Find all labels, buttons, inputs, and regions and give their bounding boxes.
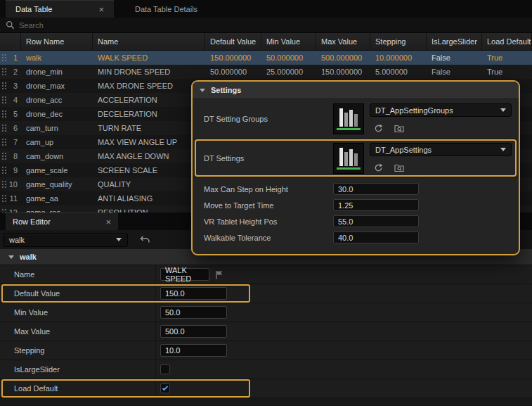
tab-data-table-label: Data Table <box>15 5 52 13</box>
move-to-target-time-input[interactable]: 1.25 <box>333 199 419 211</box>
table-row-drone-min[interactable]: 2 drone_min MIN DRONE SPEED 50.000000 25… <box>0 65 532 79</box>
use-selected-asset-icon[interactable] <box>371 121 385 135</box>
row-number: 2 <box>13 68 18 76</box>
walkable-tolerance-input[interactable]: 40.0 <box>333 231 419 243</box>
property-row-vr-tablet-height: VR Tablet Height Pos 55.0 <box>193 213 519 229</box>
drag-handle-icon[interactable] <box>2 139 8 146</box>
property-label: VR Tablet Height Pos <box>193 217 333 226</box>
column-header-name[interactable]: Name <box>93 33 205 50</box>
settings-number-properties: Max Can Step on Height 30.0 Move to Targ… <box>193 178 519 246</box>
cell-row-name: game_aa <box>21 191 93 205</box>
cell-row-name: game_quality <box>21 177 93 191</box>
dt-setting-groups-dropdown-value: DT_AppSettingGroups <box>375 106 453 115</box>
row-number: 9 <box>13 166 18 175</box>
drag-handle-icon[interactable] <box>2 181 8 189</box>
chevron-down-icon <box>500 108 506 112</box>
column-header-row-name[interactable]: Row Name <box>21 33 93 50</box>
search-input[interactable]: Search <box>19 21 44 30</box>
row-number: 4 <box>13 96 18 104</box>
settings-section-header[interactable]: Settings <box>193 82 519 99</box>
dt-settings-dropdown[interactable]: DT_AppSettings <box>370 143 512 156</box>
property-row-min-value: Min Value 50.0 <box>0 303 532 322</box>
stepping-input[interactable]: 10.0 <box>160 344 227 357</box>
property-row-move-to-target-time: Move to Target Time 1.25 <box>193 197 519 213</box>
data-table-asset-thumbnail[interactable] <box>333 143 364 174</box>
name-input[interactable]: WALK SPEED <box>160 268 209 281</box>
expander-arrow-icon[interactable] <box>200 89 205 92</box>
property-label: IsLargeSlider <box>0 360 156 379</box>
row-selector-value: walk <box>9 236 25 244</box>
property-label: Name <box>0 265 156 284</box>
cell-row-name: drone_acc <box>21 93 93 107</box>
default-value-input[interactable]: 150.0 <box>160 287 227 300</box>
cell-name: MAX ANGLE DOWN <box>93 149 205 163</box>
column-header-is-large-slider[interactable]: IsLargeSlider <box>427 33 482 50</box>
row-number: 6 <box>13 124 18 132</box>
property-label: Walkable Tolerance <box>193 234 333 242</box>
property-label: Max Value <box>0 322 156 341</box>
property-row-walkable-tolerance: Walkable Tolerance 40.0 <box>193 229 519 246</box>
tab-close-icon[interactable]: × <box>105 217 111 227</box>
data-table-editor-window: Data Table × Data Table Details Search R… <box>0 0 532 406</box>
vr-tablet-height-input[interactable]: 55.0 <box>333 215 419 227</box>
tab-data-table[interactable]: Data Table × <box>6 0 114 18</box>
row-selector-dropdown[interactable]: walk <box>3 233 128 247</box>
cell-name: DECELERATION <box>93 107 205 121</box>
load-default-checkbox[interactable] <box>160 383 170 393</box>
table-header: Row Name Name Default Value Min Value Ma… <box>0 33 532 51</box>
document-tab-bar: Data Table × Data Table Details <box>0 0 532 18</box>
expander-arrow-icon[interactable] <box>8 255 14 259</box>
browse-to-asset-icon[interactable] <box>392 121 406 135</box>
drag-handle-icon[interactable] <box>2 167 8 175</box>
min-value-input[interactable]: 50.0 <box>160 306 227 319</box>
drag-handle-icon[interactable] <box>2 68 8 76</box>
cell-default-value: 150.000000 <box>205 51 261 65</box>
column-header-load-default[interactable]: Load Default <box>482 33 532 50</box>
row-number: 5 <box>13 110 18 118</box>
max-value-input[interactable]: 500.0 <box>160 325 227 338</box>
tab-row-editor[interactable]: Row Editor × <box>6 212 118 230</box>
table-row-walk[interactable]: 1 walk WALK SPEED 150.000000 50.000000 5… <box>0 51 532 65</box>
data-table-asset-thumbnail[interactable] <box>333 103 364 134</box>
column-header-min-value[interactable]: Min Value <box>261 33 316 50</box>
property-row-max-value: Max Value 500.0 <box>0 322 532 341</box>
undo-arrow-icon[interactable] <box>138 233 152 247</box>
dt-setting-groups-dropdown[interactable]: DT_AppSettingGroups <box>370 103 512 117</box>
property-row-stepping: Stepping 10.0 <box>0 341 532 360</box>
property-row-load-default: Load Default <box>0 379 532 398</box>
tab-close-icon[interactable]: × <box>98 5 104 14</box>
drag-handle-icon[interactable] <box>2 96 8 104</box>
cell-is-large-slider: False <box>427 65 482 79</box>
cell-name: SCREEN SCALE <box>93 163 205 177</box>
check-mark-icon <box>162 385 168 391</box>
property-label: Default Value <box>0 284 156 303</box>
is-large-slider-checkbox[interactable] <box>160 364 170 374</box>
column-header-default-value[interactable]: Default Value <box>205 33 261 50</box>
flag-icon[interactable] <box>215 270 223 279</box>
default-value-input-value: 150.0 <box>165 289 185 298</box>
name-input-value: WALK SPEED <box>165 266 209 283</box>
drag-handle-icon[interactable] <box>2 195 8 203</box>
walkable-tolerance-input-value: 40.0 <box>338 234 353 242</box>
cell-row-name: drone_dec <box>21 107 93 121</box>
column-header-max-value[interactable]: Max Value <box>316 33 370 50</box>
column-header-stepping[interactable]: Stepping <box>370 33 427 50</box>
cell-name: ANTI ALIASING <box>93 191 205 205</box>
drag-handle-icon[interactable] <box>2 110 8 118</box>
cell-name: WALK SPEED <box>93 51 205 65</box>
cell-load-default: True <box>482 65 532 79</box>
cell-min-value: 25.000000 <box>261 65 316 79</box>
browse-to-asset-icon[interactable] <box>392 160 406 175</box>
drag-handle-icon[interactable] <box>2 54 8 62</box>
drag-handle-icon[interactable] <box>2 82 8 90</box>
use-selected-asset-icon[interactable] <box>371 160 385 175</box>
property-row-name: Name WALK SPEED <box>0 265 532 284</box>
tab-data-table-details[interactable]: Data Table Details <box>125 0 207 18</box>
max-can-step-input[interactable]: 30.0 <box>333 183 419 195</box>
dt-settings-dropdown-value: DT_AppSettings <box>375 146 432 154</box>
chevron-down-icon <box>500 148 506 151</box>
drag-handle-icon[interactable] <box>2 153 8 160</box>
cell-stepping: 5.000000 <box>370 65 427 79</box>
drag-handle-icon[interactable] <box>2 125 8 132</box>
vr-tablet-height-input-value: 55.0 <box>338 217 353 226</box>
